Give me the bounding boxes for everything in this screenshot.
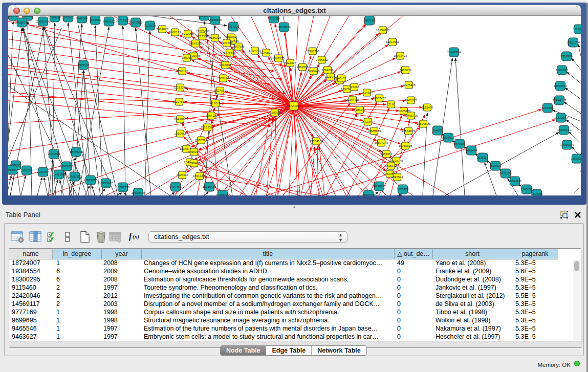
svg-text:15751074: 15751074 — [567, 41, 580, 44]
svg-text:15692971: 15692971 — [557, 128, 571, 132]
svg-text:9329966: 9329966 — [560, 55, 573, 58]
svg-text:2887682: 2887682 — [363, 19, 376, 22]
svg-text:16782759: 16782759 — [116, 186, 130, 189]
svg-text:1112634: 1112634 — [573, 28, 581, 31]
svg-text:10553267: 10553267 — [48, 16, 62, 19]
svg-text:8938923: 8938923 — [442, 136, 454, 139]
svg-text:6794028: 6794028 — [321, 69, 334, 72]
svg-text:2055724: 2055724 — [8, 16, 19, 17]
svg-text:746266: 746266 — [349, 85, 360, 89]
svg-text:8678334: 8678334 — [195, 139, 207, 142]
svg-text:9845123: 9845123 — [362, 193, 375, 195]
svg-text:6498222: 6498222 — [188, 150, 200, 154]
svg-text:7485063: 7485063 — [399, 69, 411, 72]
svg-text:17359924: 17359924 — [70, 150, 83, 154]
svg-text:3267110: 3267110 — [206, 114, 218, 117]
svg-text:1167534: 1167534 — [571, 157, 581, 160]
svg-text:10756928: 10756928 — [399, 144, 412, 147]
svg-text:9414353: 9414353 — [531, 192, 543, 195]
svg-text:20691406: 20691406 — [36, 20, 50, 23]
svg-text:10688609: 10688609 — [367, 129, 381, 133]
svg-text:845132: 845132 — [336, 77, 347, 80]
svg-text:8549876: 8549876 — [174, 118, 186, 121]
svg-text:10807487: 10807487 — [373, 97, 386, 100]
svg-text:1055267: 1055267 — [21, 16, 34, 17]
svg-text:8471676: 8471676 — [499, 172, 512, 175]
svg-text:1603381: 1603381 — [198, 16, 210, 17]
svg-text:16495796: 16495796 — [404, 114, 418, 117]
svg-text:9660123: 9660123 — [169, 31, 181, 34]
svg-text:62160: 62160 — [387, 103, 396, 106]
svg-text:10973493: 10973493 — [394, 54, 407, 57]
svg-text:16107554: 16107554 — [172, 100, 186, 103]
svg-text:1733426: 1733426 — [397, 188, 409, 191]
svg-text:9084067: 9084067 — [380, 152, 393, 156]
svg-text:12923448: 12923448 — [132, 191, 145, 194]
svg-text:2020655: 2020655 — [48, 152, 60, 156]
svg-text:8813054: 8813054 — [268, 17, 280, 20]
svg-text:10719155: 10719155 — [116, 19, 130, 22]
svg-text:9242848: 9242848 — [219, 63, 231, 67]
svg-text:10975867: 10975867 — [60, 165, 74, 168]
svg-text:2803144: 2803144 — [217, 77, 229, 80]
svg-text:1071911: 1071911 — [90, 18, 102, 21]
svg-text:9497791: 9497791 — [169, 185, 182, 188]
svg-text:5875685: 5875685 — [224, 51, 236, 54]
svg-text:14055714: 14055714 — [15, 21, 29, 24]
svg-text:9463627: 9463627 — [405, 99, 417, 102]
svg-text:417004: 417004 — [210, 102, 221, 105]
svg-text:9245652: 9245652 — [520, 188, 533, 191]
svg-text:16210643: 16210643 — [554, 116, 568, 119]
svg-text:19218506: 19218506 — [277, 26, 291, 29]
svg-text:10120746: 10120746 — [389, 159, 403, 162]
svg-text:15716485: 15716485 — [203, 185, 216, 188]
svg-text:17016504: 17016504 — [560, 143, 574, 146]
svg-text:8454749: 8454749 — [249, 49, 261, 52]
svg-text:(x): (x) — [133, 233, 139, 240]
svg-text:18724007: 18724007 — [287, 104, 301, 107]
svg-text:16914479: 16914479 — [193, 174, 207, 178]
svg-text:20364436: 20364436 — [346, 98, 360, 101]
svg-text:7386372: 7386372 — [354, 108, 366, 112]
svg-text:12213389: 12213389 — [173, 86, 187, 89]
svg-text:8186328: 8186328 — [209, 36, 221, 39]
svg-text:7955812: 7955812 — [316, 58, 328, 61]
svg-text:16543382: 16543382 — [189, 42, 203, 45]
svg-text:7625402: 7625402 — [176, 173, 188, 177]
svg-text:7632621: 7632621 — [489, 164, 502, 167]
svg-text:12444153: 12444153 — [553, 99, 567, 102]
svg-text:9474444: 9474444 — [465, 149, 477, 152]
svg-text:10958107: 10958107 — [99, 182, 113, 185]
svg-text:8322037: 8322037 — [284, 61, 296, 64]
svg-text:16648784: 16648784 — [447, 51, 461, 54]
svg-text:6466162: 6466162 — [103, 20, 115, 23]
svg-text:989012: 989012 — [182, 56, 192, 59]
svg-text:10699695: 10699695 — [417, 122, 430, 125]
svg-text:12213967: 12213967 — [386, 40, 400, 43]
svg-text:1910682: 1910682 — [174, 132, 186, 135]
svg-text:13353594: 13353594 — [201, 126, 214, 129]
svg-text:1527602: 1527602 — [62, 16, 74, 19]
svg-text:2718170: 2718170 — [176, 70, 188, 73]
svg-text:2005334: 2005334 — [77, 63, 90, 67]
svg-text:7663822: 7663822 — [156, 28, 168, 31]
svg-text:10671355: 10671355 — [129, 21, 143, 24]
svg-text:2942757: 2942757 — [37, 170, 49, 173]
svg-text:25302035: 25302035 — [268, 111, 282, 114]
svg-text:9327508: 9327508 — [221, 41, 233, 45]
svg-text:1362615: 1362615 — [296, 65, 309, 69]
svg-text:3913547: 3913547 — [8, 168, 18, 171]
svg-text:16154838: 16154838 — [376, 29, 390, 32]
svg-text:9146821: 9146821 — [260, 51, 272, 54]
svg-text:9327503: 9327503 — [196, 35, 208, 38]
svg-text:12093872: 12093872 — [554, 84, 568, 87]
svg-text:8990448: 8990448 — [308, 70, 320, 73]
svg-text:1588520: 1588520 — [272, 57, 285, 60]
svg-text:15720407: 15720407 — [361, 120, 375, 123]
svg-text:16033809: 16033809 — [208, 18, 222, 21]
svg-text:1615172: 1615172 — [385, 164, 397, 167]
svg-text:8912955: 8912955 — [182, 32, 194, 35]
svg-text:10046232: 10046232 — [216, 193, 230, 195]
svg-text:10961758: 10961758 — [306, 50, 320, 53]
svg-text:f: f — [129, 232, 133, 241]
